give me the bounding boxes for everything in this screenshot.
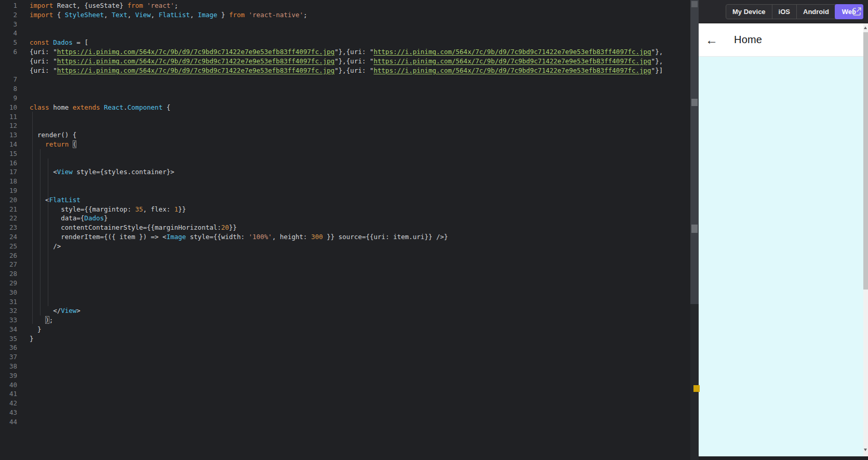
code-line[interactable]: {uri: "https://i.pinimg.com/564x/7c/9b/d…	[0, 66, 690, 75]
editor-scrollbar-track[interactable]	[690, 0, 699, 304]
code-line[interactable]: 28	[0, 269, 690, 279]
line-number: 31	[0, 297, 17, 307]
preview-scrollbar[interactable]	[863, 23, 868, 456]
line-number: 44	[0, 417, 17, 427]
code-line[interactable]: 4	[0, 29, 690, 38]
code-line[interactable]: 27	[0, 260, 690, 269]
code-line[interactable]: 36	[0, 343, 690, 352]
code-line[interactable]: 14 return (	[0, 140, 690, 149]
scroll-up-icon[interactable]	[864, 27, 867, 29]
back-button[interactable]: ←	[704, 32, 719, 48]
device-tabs: My Device iOS Android Web	[726, 4, 863, 19]
code-line[interactable]: 41	[0, 389, 690, 399]
code-line[interactable]: 8	[0, 84, 690, 94]
line-number: 22	[0, 214, 17, 223]
tab-my-device[interactable]: My Device	[726, 5, 772, 19]
indent-guide	[40, 149, 41, 316]
open-external-button[interactable]	[852, 6, 862, 17]
code-line[interactable]: 30	[0, 288, 690, 297]
line-number: 16	[0, 159, 17, 168]
line-number: 26	[0, 251, 17, 260]
line-number: 23	[0, 223, 17, 232]
code-line-text: </View>	[30, 306, 81, 316]
code-line[interactable]: 15	[0, 149, 690, 159]
code-line[interactable]: 19	[0, 186, 690, 195]
line-number: 25	[0, 242, 17, 251]
code-line[interactable]: 18	[0, 177, 690, 186]
code-area[interactable]: 1import React, {useState} from 'react';2…	[0, 1, 690, 427]
scroll-decoration	[691, 1, 698, 7]
code-line-text: }	[30, 334, 34, 344]
tab-ios[interactable]: iOS	[772, 5, 796, 19]
code-line[interactable]: 21 style={{margintop: 35, flex: 1}}	[0, 205, 690, 214]
screen-title: Home	[734, 34, 762, 46]
line-number: 29	[0, 279, 17, 288]
code-line-text: class home extends React.Component {	[30, 103, 170, 112]
line-number: 37	[0, 352, 17, 362]
code-line[interactable]: 17 <View style={styles.container}>	[0, 167, 690, 177]
line-number: 3	[0, 20, 17, 29]
code-line[interactable]: 13 render() {	[0, 130, 690, 140]
code-line[interactable]: 25 />	[0, 242, 690, 251]
code-line-text: const Dados = [	[30, 38, 88, 47]
code-line[interactable]: 5const Dados = [	[0, 38, 690, 47]
code-line[interactable]: 42	[0, 399, 690, 408]
code-line-text: {uri: "https://i.pinimg.com/564x/7c/9b/d…	[30, 66, 663, 75]
tab-android[interactable]: Android	[796, 5, 835, 19]
code-line[interactable]: 31	[0, 297, 690, 307]
code-line[interactable]: 3	[0, 20, 690, 29]
line-number: 6	[0, 47, 17, 57]
code-line[interactable]: 39	[0, 371, 690, 380]
code-line-text: );	[30, 316, 53, 325]
code-line[interactable]: 26	[0, 251, 690, 260]
code-line[interactable]: 23 contentContainerStyle={{marginHorizon…	[0, 223, 690, 232]
line-number: 10	[0, 103, 17, 112]
device-toolbar: My Device iOS Android Web	[699, 0, 868, 23]
back-arrow-icon: ←	[705, 33, 718, 47]
code-line[interactable]: 20 <FlatList	[0, 195, 690, 205]
code-line[interactable]: 11	[0, 112, 690, 122]
code-line-text: style={{margintop: 35, flex: 1}}	[30, 205, 186, 214]
code-line[interactable]: 33 );	[0, 316, 690, 325]
code-line-text: data={Dados}	[30, 214, 108, 223]
code-line[interactable]: {uri: "https://i.pinimg.com/564x/7c/9b/d…	[0, 57, 690, 66]
code-line[interactable]: 32 </View>	[0, 306, 690, 316]
code-line[interactable]: 6{uri: "https://i.pinimg.com/564x/7c/9b/…	[0, 47, 690, 57]
code-line[interactable]: 9	[0, 94, 690, 103]
scroll-down-icon[interactable]	[864, 449, 867, 451]
line-number: 40	[0, 380, 17, 390]
line-number: 19	[0, 186, 17, 195]
line-number	[0, 66, 17, 75]
code-line[interactable]: 43	[0, 408, 690, 417]
code-line[interactable]: 16	[0, 159, 690, 168]
line-number: 27	[0, 260, 17, 269]
code-line-text: }	[30, 325, 42, 334]
editor-scrollbar[interactable]	[690, 0, 699, 460]
line-number: 7	[0, 75, 17, 84]
line-number: 11	[0, 112, 17, 122]
line-number: 4	[0, 29, 17, 38]
code-line[interactable]: 2import { StyleSheet, Text, View, FlatLi…	[0, 10, 690, 20]
preview-scroll-thumb[interactable]	[863, 32, 868, 290]
code-line[interactable]: 44	[0, 417, 690, 427]
code-line[interactable]: 29	[0, 279, 690, 288]
indent-guide	[48, 159, 48, 306]
code-line[interactable]: 34 }	[0, 325, 690, 334]
warning-marker	[693, 385, 700, 392]
code-line[interactable]: 10class home extends React.Component {	[0, 103, 690, 112]
code-line-text: render() {	[30, 130, 76, 140]
code-line[interactable]: 1import React, {useState} from 'react';	[0, 1, 690, 10]
preview-header: ← Home	[699, 23, 868, 57]
line-number: 14	[0, 140, 17, 149]
code-editor[interactable]: 1import React, {useState} from 'react';2…	[0, 0, 690, 460]
line-number: 36	[0, 343, 17, 352]
code-line[interactable]: 38	[0, 362, 690, 371]
code-line[interactable]: 24 renderItem={({ item }) => <Image styl…	[0, 232, 690, 242]
code-line[interactable]: 37	[0, 352, 690, 362]
code-line[interactable]: 40	[0, 380, 690, 390]
code-line[interactable]: 12	[0, 121, 690, 130]
code-line[interactable]: 7	[0, 75, 690, 84]
code-line[interactable]: 22 data={Dados}	[0, 214, 690, 223]
code-line[interactable]: 35}	[0, 334, 690, 344]
code-line-text: return (	[30, 140, 76, 149]
